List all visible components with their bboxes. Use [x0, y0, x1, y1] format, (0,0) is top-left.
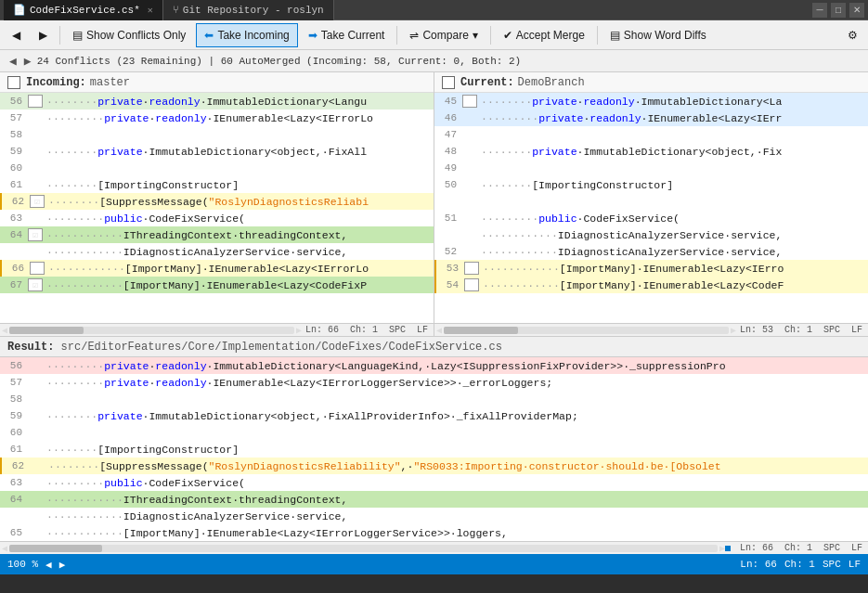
incoming-scroll-left[interactable]: ◀	[2, 325, 7, 336]
tab-label-gitRepo: Git Repository - roslyn	[183, 5, 324, 16]
table-row: 45 ········private·readonly·ImmutableDic…	[434, 93, 868, 110]
table-row: 59 ········private·ImmutableDictionary<o…	[0, 143, 434, 160]
sep4	[597, 26, 598, 45]
settings-icon: ⚙	[848, 29, 858, 42]
table-row: 59 ········private·ImmutableDictionary<o…	[0, 407, 868, 424]
current-ln: Ln: 53 Ch: 1 SPC LF	[736, 325, 866, 335]
table-row: 60	[0, 424, 868, 441]
incoming-checkbox[interactable]	[7, 76, 20, 89]
title-tabs: 📄 CodeFixService.cs* ✕ ⑂ Git Repository …	[4, 0, 334, 20]
status-text: 24 Conflicts (23 Remaining) | 60 AutoMer…	[37, 56, 522, 67]
footer-spc: SPC	[823, 559, 841, 570]
table-row: 63 ·········public·CodeFixService(	[0, 210, 434, 226]
minimize-button[interactable]: ─	[812, 3, 827, 18]
table-row: 51 ·········public·CodeFixService(	[434, 210, 868, 226]
footer-lf: LF	[849, 559, 861, 570]
result-ln: Ln: 66 Ch: 1 SPC LF	[736, 543, 866, 553]
table-row: 65 ············[ImportMany]·IEnumerable<…	[0, 524, 868, 541]
table-row: 64 ☑ ············IThreadingContext·threa…	[0, 226, 434, 243]
settings-button[interactable]: ⚙	[841, 23, 864, 47]
accept-merge-icon: ✔	[503, 29, 512, 42]
toolbar: ◀ ▶ ▤ Show Conflicts Only ⬅ Take Incomin…	[0, 20, 868, 50]
take-current-label: Take Current	[321, 29, 385, 42]
prev-conflict-button[interactable]: ◀	[7, 54, 19, 69]
footer-nav-prev[interactable]: ◀	[45, 559, 52, 571]
status-bar: ◀ ▶ 24 Conflicts (23 Remaining) | 60 Aut…	[0, 50, 868, 72]
show-conflicts-button[interactable]: ▤ Show Conflicts Only	[64, 23, 194, 47]
current-header: Current: DemoBranch	[434, 72, 868, 93]
nav-back-icon: ◀	[12, 29, 20, 42]
take-current-button[interactable]: ➡ Take Current	[300, 23, 394, 47]
diff-area: Incoming: master 56 ········private·read…	[0, 72, 868, 337]
table-row: 56 ········private·readonly·ImmutableDic…	[0, 93, 434, 110]
sep1	[59, 26, 60, 45]
table-row: 57 ·········private·readonly·IEnumerable…	[0, 110, 434, 126]
show-word-diffs-icon: ▤	[610, 29, 620, 42]
take-incoming-button[interactable]: ⬅ Take Incoming	[196, 23, 297, 47]
table-row: 60	[0, 160, 434, 176]
sep3	[490, 26, 491, 45]
table-row: 48 ········private·ImmutableDictionary<o…	[434, 143, 868, 160]
table-row: 58	[0, 391, 868, 407]
compare-icon: ⇌	[409, 29, 419, 42]
show-conflicts-label: Show Conflicts Only	[86, 29, 186, 42]
table-row: 57 ·········private·readonly·IEnumerable…	[0, 374, 868, 391]
nav-forward-button[interactable]: ▶	[31, 23, 56, 47]
table-row: ············IDiagnosticAnalyzerService·s…	[0, 508, 868, 524]
result-label: Result:	[7, 341, 61, 354]
incoming-scrollbar[interactable]: ◀ ▶ Ln: 66 Ch: 1 SPC LF	[0, 323, 434, 336]
table-row: 56 ·········private·readonly·ImmutableDi…	[0, 357, 868, 374]
result-scroll-left[interactable]: ◀	[2, 543, 7, 554]
sep2	[396, 26, 397, 45]
table-row: 52 ············IDiagnosticAnalyzerServic…	[434, 243, 868, 260]
table-row: 54 ············[ImportMany]·IEnumerable<…	[434, 277, 868, 293]
tab-label-codeFix: CodeFixService.cs*	[30, 5, 140, 16]
table-row: 61 ········[ImportingConstructor]	[0, 176, 434, 193]
compare-dropdown-icon: ▾	[473, 29, 478, 42]
show-word-diffs-button[interactable]: ▤ Show Word Diffs	[602, 23, 715, 47]
maximize-button[interactable]: □	[831, 3, 846, 18]
footer-zoom: 100 %	[7, 559, 38, 570]
table-row: 61 ········[ImportingConstructor]	[0, 441, 868, 458]
tab-codeFix[interactable]: 📄 CodeFixService.cs* ✕	[4, 0, 163, 20]
change-indicator	[725, 546, 731, 551]
nav-back-button[interactable]: ◀	[4, 23, 29, 47]
table-row: ············IDiagnosticAnalyzerService·s…	[0, 243, 434, 260]
tab-gitRepo[interactable]: ⑂ Git Repository - roslyn	[163, 0, 334, 20]
footer-nav-next[interactable]: ▶	[59, 559, 66, 571]
current-scrollbar[interactable]: ◀ ▶ Ln: 53 Ch: 1 SPC LF	[434, 323, 868, 336]
table-row: 63 ·········public·CodeFixService(	[0, 474, 868, 491]
title-bar: 📄 CodeFixService.cs* ✕ ⑂ Git Repository …	[0, 0, 868, 20]
accept-merge-label: Accept Merge	[516, 29, 585, 42]
tab-icon-gitRepo: ⑂	[173, 5, 179, 16]
table-row: 47	[434, 126, 868, 143]
show-conflicts-icon: ▤	[72, 29, 83, 42]
current-content[interactable]: 45 ········private·readonly·ImmutableDic…	[434, 93, 868, 323]
close-button[interactable]: ✕	[849, 3, 864, 18]
close-tab-codeFix[interactable]: ✕	[148, 5, 153, 16]
table-row	[434, 193, 868, 210]
table-row: 46 ·········private·readonly·IEnumerable…	[434, 110, 868, 126]
table-row: 53 ············[ImportMany]·IEnumerable<…	[434, 260, 868, 277]
table-row: 67 ☑ ············[ImportMany]·IEnumerabl…	[0, 277, 434, 293]
table-row: 49	[434, 160, 868, 176]
tab-icon-codeFix: 📄	[13, 4, 26, 16]
table-row: 50 ········[ImportingConstructor]	[434, 176, 868, 193]
current-scroll-left[interactable]: ◀	[436, 325, 442, 336]
accept-merge-button[interactable]: ✔ Accept Merge	[495, 23, 593, 47]
result-scrollbar[interactable]: ◀ ▶ Ln: 66 Ch: 1 SPC LF	[0, 541, 868, 554]
compare-button[interactable]: ⇌ Compare ▾	[401, 23, 486, 47]
footer-ch: Ch: 1	[784, 559, 815, 570]
nav-forward-icon: ▶	[39, 29, 47, 42]
table-row: 62 ········[SuppressMessage("RoslynDiagn…	[0, 458, 868, 474]
next-conflict-button[interactable]: ▶	[22, 54, 33, 69]
current-pane: Current: DemoBranch 45 ········private·r…	[434, 72, 868, 336]
incoming-ln: Ln: 66 Ch: 1 SPC LF	[302, 325, 432, 335]
result-content[interactable]: 56 ·········private·readonly·ImmutableDi…	[0, 357, 868, 541]
table-row: 62 ☑ ········[SuppressMessage("RoslynDia…	[0, 193, 434, 210]
compare-label: Compare	[422, 29, 468, 42]
incoming-content[interactable]: 56 ········private·readonly·ImmutableDic…	[0, 93, 434, 323]
current-checkbox[interactable]	[442, 76, 455, 89]
take-incoming-icon: ⬅	[204, 29, 214, 42]
footer-bar: 100 % ◀ ▶ Ln: 66 Ch: 1 SPC LF	[0, 554, 868, 574]
